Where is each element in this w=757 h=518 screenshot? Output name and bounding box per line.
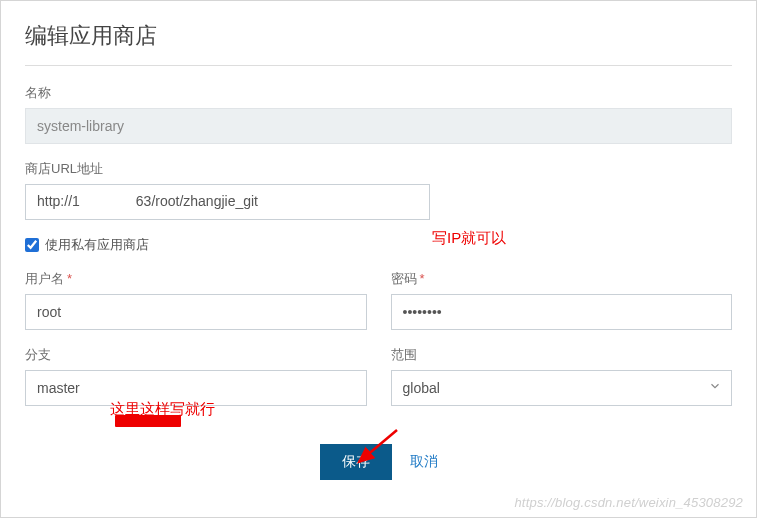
- cancel-button[interactable]: 取消: [410, 453, 438, 471]
- save-button[interactable]: 保存: [320, 444, 392, 480]
- scope-field: 范围: [391, 346, 733, 406]
- name-input: [25, 108, 732, 144]
- scope-select[interactable]: [391, 370, 733, 406]
- dialog-title: 编辑应用商店: [25, 21, 732, 51]
- username-label: 用户名*: [25, 270, 367, 288]
- watermark: https://blog.csdn.net/weixin_45308292: [514, 495, 743, 510]
- private-checkbox[interactable]: [25, 238, 39, 252]
- password-label: 密码*: [391, 270, 733, 288]
- url-input[interactable]: [25, 184, 430, 220]
- password-input[interactable]: [391, 294, 733, 330]
- scope-label: 范围: [391, 346, 733, 364]
- dialog-actions: 保存 取消: [25, 444, 732, 480]
- url-field: 商店URL地址: [25, 160, 732, 220]
- username-field: 用户名*: [25, 270, 367, 330]
- branch-field: 分支: [25, 346, 367, 406]
- username-input[interactable]: [25, 294, 367, 330]
- divider: [25, 65, 732, 66]
- name-field: 名称: [25, 84, 732, 144]
- edit-catalog-dialog: 编辑应用商店 名称 商店URL地址 使用私有应用商店 用户名* 密码* 分支: [0, 0, 757, 518]
- url-label: 商店URL地址: [25, 160, 732, 178]
- branch-label: 分支: [25, 346, 367, 364]
- name-label: 名称: [25, 84, 732, 102]
- password-field: 密码*: [391, 270, 733, 330]
- private-checkbox-label: 使用私有应用商店: [45, 236, 149, 254]
- branch-input[interactable]: [25, 370, 367, 406]
- private-checkbox-row: 使用私有应用商店: [25, 236, 732, 254]
